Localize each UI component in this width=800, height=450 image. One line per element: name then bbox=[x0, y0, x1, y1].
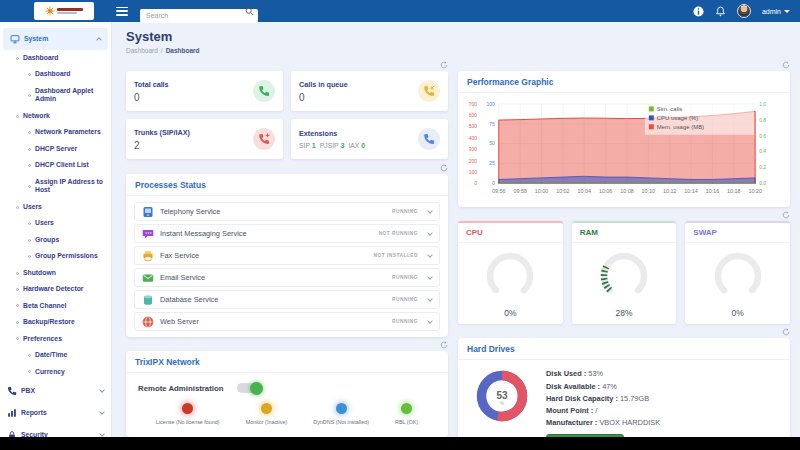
svg-text:09:56: 09:56 bbox=[492, 188, 505, 194]
menu-toggle-icon[interactable] bbox=[116, 7, 128, 16]
sidebar-item-pbx[interactable]: PBX bbox=[0, 380, 111, 402]
sidebar-item-date-time[interactable]: Date/Time bbox=[0, 347, 111, 363]
performance-chart: 010020030040050060070002550751000.00.20.… bbox=[458, 93, 790, 207]
bullet-icon bbox=[16, 206, 19, 209]
panel-title: Hard Drives bbox=[458, 338, 790, 360]
sidebar-item-label: Dashboard Applet Admin bbox=[35, 87, 105, 104]
panel-title: Processes Status bbox=[126, 174, 448, 196]
chevron-down-icon[interactable] bbox=[427, 208, 433, 214]
gauge-card-swap: SWAP0% bbox=[685, 221, 790, 324]
svg-text:0.8: 0.8 bbox=[759, 118, 766, 123]
info-icon[interactable] bbox=[693, 6, 704, 17]
chevron-down-icon bbox=[99, 387, 105, 393]
process-row-fax-service[interactable]: Fax ServiceNOT INSTALLED bbox=[134, 246, 440, 265]
gauge-title: CPU bbox=[458, 223, 563, 243]
svg-text:100: 100 bbox=[469, 170, 478, 175]
sidebar-item-backup-restore[interactable]: Backup/Restore bbox=[0, 314, 111, 330]
sidebar-item-group-permissions[interactable]: Group Permissions bbox=[0, 248, 111, 264]
bullet-icon bbox=[28, 131, 31, 134]
svg-text:1.0: 1.0 bbox=[759, 102, 766, 107]
sidebar-item-label: System bbox=[24, 35, 48, 43]
sidebar-item-dhcp-client-list[interactable]: DHCP Client List bbox=[0, 157, 111, 173]
gauge-card-ram: RAM28% bbox=[572, 221, 677, 324]
sidebar-item-preferences[interactable]: Preferences bbox=[0, 331, 111, 347]
chevron-down-icon[interactable] bbox=[427, 252, 433, 258]
sidebar-item-label: Shutdown bbox=[23, 269, 56, 277]
brand-logo[interactable] bbox=[34, 2, 94, 20]
gauge-arc bbox=[598, 250, 650, 306]
chevron-down-icon bbox=[784, 10, 790, 13]
search-input[interactable] bbox=[140, 9, 258, 23]
bullet-icon bbox=[16, 337, 19, 340]
indicator-dyndns-not-installed: DynDNS (Not installed) bbox=[313, 403, 369, 425]
process-row-telephony-service[interactable]: Telephony ServiceRUNNING bbox=[134, 202, 440, 221]
remote-admin-toggle[interactable] bbox=[237, 383, 261, 393]
process-row-web-server[interactable]: Web ServerRUNNING bbox=[134, 312, 440, 331]
chevron-down-icon[interactable] bbox=[427, 274, 433, 280]
process-row-instant-messaging-service[interactable]: Instant Messaging ServiceNOT RUNNING bbox=[134, 224, 440, 243]
sidebar-item-hardware-detector[interactable]: Hardware Detector bbox=[0, 281, 111, 297]
stat-label: Trunks (SIP/IAX) bbox=[134, 128, 190, 137]
user-avatar[interactable] bbox=[737, 4, 751, 18]
sidebar-item-security[interactable]: Security bbox=[0, 424, 111, 437]
performance-panel: Performance Graphic 01002003004005006007… bbox=[458, 71, 790, 207]
sidebar-item-label: Group Permissions bbox=[35, 252, 98, 260]
chevron-down-icon[interactable] bbox=[427, 230, 433, 236]
sidebar-item-dashboard[interactable]: Dashboard bbox=[0, 66, 111, 82]
gauge-title: SWAP bbox=[685, 223, 790, 243]
refresh-icon[interactable] bbox=[440, 341, 448, 349]
sidebar-item-beta-channel[interactable]: Beta Channel bbox=[0, 298, 111, 314]
stat-card-extensions: ExtensionsSIP 1PJSIP 3IAX 0 bbox=[291, 119, 448, 159]
bullet-icon bbox=[28, 73, 31, 76]
sidebar-item-users[interactable]: Users bbox=[0, 215, 111, 231]
indicator-monitor-inactive: Monitor (Inactive) bbox=[246, 403, 288, 425]
search-icon[interactable] bbox=[245, 7, 254, 16]
indicator-label: DynDNS (Not installed) bbox=[313, 419, 369, 425]
sidebar-item-shutdown[interactable]: Shutdown bbox=[0, 265, 111, 281]
chevron-down-icon[interactable] bbox=[427, 296, 433, 302]
svg-text:0: 0 bbox=[492, 181, 495, 186]
chevron-down-icon bbox=[99, 409, 105, 415]
sidebar-item-currency[interactable]: Currency bbox=[0, 364, 111, 380]
refresh-icon[interactable] bbox=[440, 164, 448, 172]
stat-cards: Total calls0Calls in queue0Trunks (SIP/I… bbox=[126, 71, 448, 159]
sidebar-item-label: Dashboard bbox=[23, 54, 59, 62]
gauge-value: 28% bbox=[616, 308, 633, 318]
indicator-label: License (No license found) bbox=[156, 419, 220, 425]
sidebar-item-label: Preferences bbox=[23, 335, 62, 343]
refresh-icon[interactable] bbox=[440, 61, 448, 69]
svg-text:0.6: 0.6 bbox=[759, 134, 766, 139]
logo-text bbox=[57, 8, 83, 14]
sidebar-item-dashboard-applet-admin[interactable]: Dashboard Applet Admin bbox=[0, 83, 111, 108]
taskbar-strip bbox=[0, 437, 800, 450]
refresh-icon[interactable] bbox=[782, 328, 790, 336]
gauge-arc bbox=[712, 250, 764, 306]
sidebar-item-system[interactable]: System bbox=[3, 28, 108, 50]
sidebar-item-groups[interactable]: Groups bbox=[0, 232, 111, 248]
sidebar-item-network-parameters[interactable]: Network Parameters bbox=[0, 124, 111, 140]
gauge-card-cpu: CPU0% bbox=[458, 221, 563, 324]
sidebar-item-network[interactable]: Network bbox=[0, 108, 111, 124]
process-status: RUNNING bbox=[392, 275, 418, 280]
sidebar-item-dhcp-server[interactable]: DHCP Server bbox=[0, 141, 111, 157]
sidebar-item-reports[interactable]: Reports bbox=[0, 402, 111, 424]
sidebar-item-label: DHCP Server bbox=[35, 145, 77, 153]
sidebar-item-users[interactable]: Users bbox=[0, 199, 111, 215]
chevron-down-icon[interactable] bbox=[427, 318, 433, 324]
breadcrumb-link[interactable]: Dashboard bbox=[126, 47, 158, 54]
disk-usage-donut: 53% bbox=[468, 368, 530, 437]
sidebar-item-label: Network Parameters bbox=[35, 128, 101, 136]
sidebar-item-label: Users bbox=[23, 203, 42, 211]
notifications-bell-icon[interactable] bbox=[715, 6, 726, 17]
sidebar-item-assign-ip-address-to-host[interactable]: Assign IP Address to Host bbox=[0, 174, 111, 199]
refresh-icon[interactable] bbox=[782, 211, 790, 219]
process-row-database-service[interactable]: Database ServiceRUNNING bbox=[134, 290, 440, 309]
sidebar-item-dashboard[interactable]: Dashboard bbox=[0, 50, 111, 66]
process-status: NOT RUNNING bbox=[379, 231, 418, 236]
process-row-email-service[interactable]: Email ServiceRUNNING bbox=[134, 268, 440, 287]
svg-text:10:08: 10:08 bbox=[620, 188, 633, 194]
panel-title: Performance Graphic bbox=[458, 71, 790, 93]
gauge-cards: CPU0%RAM28%SWAP0% bbox=[458, 221, 790, 324]
refresh-icon[interactable] bbox=[782, 61, 790, 69]
user-menu[interactable]: admin bbox=[762, 8, 790, 15]
